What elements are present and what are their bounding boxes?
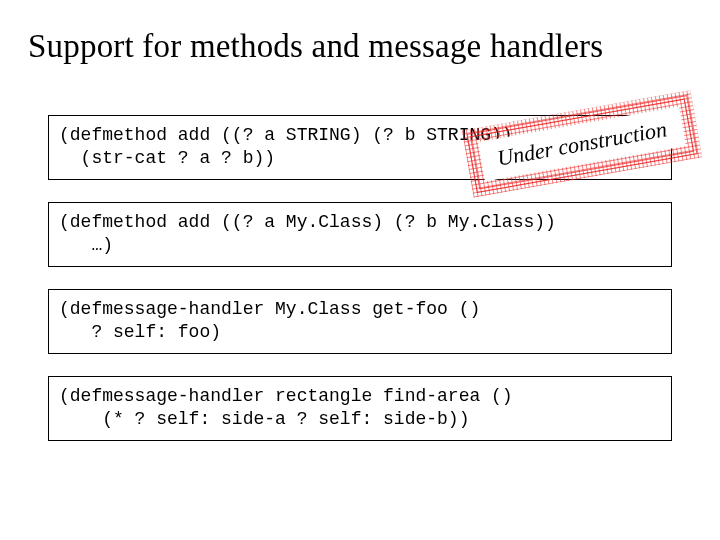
under-construction-stamp: Under construction — [462, 90, 702, 197]
stamp-text: Under construction — [495, 116, 669, 171]
code-box-3: (defmessage-handler My.Class get-foo () … — [48, 289, 672, 354]
code-box-4: (defmessage-handler rectangle find-area … — [48, 376, 672, 441]
slide: Support for methods and message handlers… — [0, 0, 720, 540]
code-box-2: (defmethod add ((? a My.Class) (? b My.C… — [48, 202, 672, 267]
page-title: Support for methods and message handlers — [28, 28, 692, 65]
